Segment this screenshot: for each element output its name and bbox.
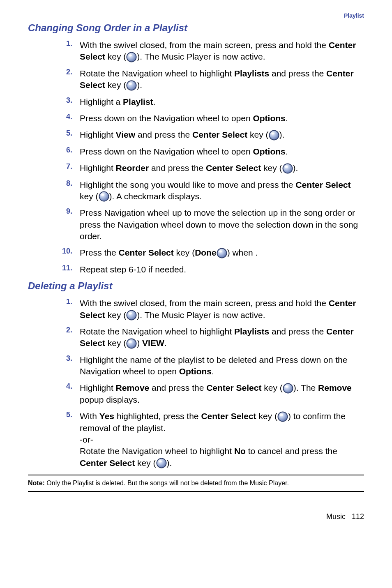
step-number: 2. [28,68,80,76]
step-item: 1.With the swivel closed, from the main … [28,39,364,63]
step-item: 10.Press the Center Select key (Done) wh… [28,247,364,258]
step-text: Press the Center Select key (Done) when … [80,247,364,258]
step-text: With the swivel closed, from the main sc… [80,39,364,63]
step-number: 8. [28,179,80,188]
steps-list-1: 1.With the swivel closed, from the main … [28,39,364,275]
note-label: Note: [28,480,45,487]
footer-page-number: 112 [352,512,364,521]
svg-point-8 [99,192,108,201]
step-text: With the swivel closed, from the main sc… [80,297,364,321]
step-item: 4.Highlight Remove and press the Center … [28,382,364,406]
step-item: 6.Press down on the Navigation wheel to … [28,146,364,157]
section-heading-2: Deleting a Playlist [28,280,364,292]
step-text: Repeat step 6-10 if needed. [80,264,364,275]
svg-point-11 [219,250,222,252]
step-item: 8.Highlight the song you would like to m… [28,179,364,203]
step-item: 3.Highlight the name of the playlist to … [28,354,364,378]
svg-point-13 [129,312,132,314]
step-item: 7.Highlight Reorder and press the Center… [28,162,364,174]
svg-point-4 [269,130,279,140]
page-footer: Music 112 [28,512,364,521]
step-number: 10. [28,247,80,256]
step-number: 11. [28,264,80,272]
step-item: 1.With the swivel closed, from the main … [28,297,364,321]
svg-point-18 [278,412,287,421]
page-content: Playlist Changing Song Order in a Playli… [0,0,392,537]
step-number: 1. [28,297,80,306]
step-item: 4.Press down on the Navigation wheel to … [28,113,364,124]
center-select-key-icon [126,52,137,62]
chapter-header: Playlist [28,12,364,19]
step-text: Highlight Remove and press the Center Se… [80,382,364,406]
step-number: 6. [28,146,80,154]
step-text: Highlight the song you would like to mov… [80,179,364,203]
svg-point-1 [129,54,132,56]
svg-point-10 [217,248,226,258]
center-select-key-icon [156,458,167,468]
step-text: Rotate the Navigation wheel to highlight… [80,326,364,349]
step-text: Press down on the Navigation wheel to op… [80,146,364,157]
step-text: With Yes highlighted, press the Center S… [80,410,364,469]
step-number: 9. [28,207,80,216]
step-item: 3.Highlight a Playlist. [28,96,364,108]
svg-point-9 [101,194,104,196]
center-select-key-icon [126,80,137,91]
step-item: 2.Rotate the Navigation wheel to highlig… [28,326,364,349]
svg-point-6 [283,164,292,173]
step-number: 3. [28,354,80,363]
svg-point-20 [157,459,166,468]
section-heading-1: Changing Song Order in a Playlist [28,22,364,34]
step-text: Press down on the Navigation wheel to op… [80,113,364,124]
center-select-key-icon [126,310,137,321]
step-item: 2.Rotate the Navigation wheel to highlig… [28,68,364,91]
step-item: 5.With Yes highlighted, press the Center… [28,410,364,469]
svg-point-12 [127,310,136,320]
center-select-key-icon [277,411,288,422]
svg-point-2 [127,81,136,90]
step-number: 2. [28,326,80,334]
center-select-key-icon [217,248,227,258]
step-text: Rotate the Navigation wheel to highlight… [80,68,364,91]
svg-point-14 [127,339,136,348]
step-number: 4. [28,113,80,121]
step-number: 5. [28,129,80,138]
svg-point-5 [271,132,274,134]
step-text: Highlight the name of the playlist to be… [80,354,364,378]
svg-point-21 [159,461,162,463]
step-text: Highlight Reorder and press the Center S… [80,162,364,174]
step-number: 7. [28,162,80,171]
center-select-key-icon [282,163,293,174]
center-select-key-icon [126,338,137,349]
step-text: Highlight a Playlist. [80,96,364,108]
step-item: 5.Highlight View and press the Center Se… [28,129,364,141]
svg-point-19 [280,414,283,416]
center-select-key-icon [283,383,293,394]
center-select-key-icon [99,191,109,202]
svg-point-0 [127,52,136,62]
step-text: Highlight View and press the Center Sele… [80,129,364,141]
svg-point-17 [285,385,288,387]
step-number: 1. [28,39,80,48]
step-text: Press Navigation wheel up to move the se… [80,207,364,242]
step-item: 9.Press Navigation wheel up to move the … [28,207,364,242]
svg-point-7 [285,166,288,168]
svg-point-16 [283,383,293,393]
note-body: Only the Playlist is deleted. But the so… [45,480,289,487]
center-select-key-icon [269,130,279,141]
step-number: 5. [28,410,80,419]
note-text: Note: Only the Playlist is deleted. But … [28,475,364,492]
svg-point-3 [129,83,132,85]
step-number: 4. [28,382,80,391]
step-number: 3. [28,96,80,105]
footer-chapter: Music [326,512,346,521]
step-item: 11.Repeat step 6-10 if needed. [28,264,364,275]
steps-list-2: 1.With the swivel closed, from the main … [28,297,364,469]
svg-point-15 [129,341,132,343]
